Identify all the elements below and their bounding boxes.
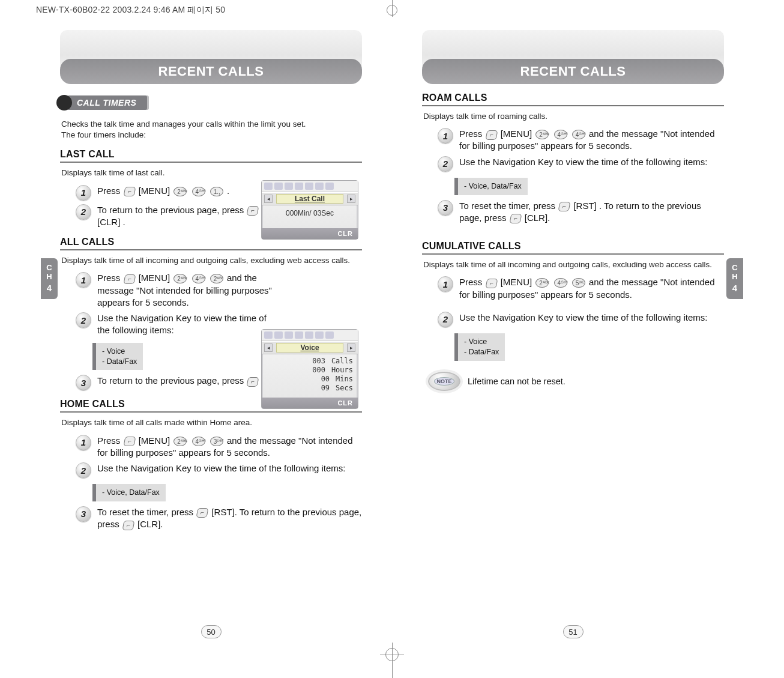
all-calls-intro: Displays talk time of all incoming and o…	[61, 255, 361, 266]
t: Press	[97, 273, 123, 283]
step-number-icon: 2	[76, 462, 91, 478]
page-header: RECENT CALLS	[422, 30, 724, 84]
t: Press	[97, 186, 123, 196]
keypad-1-icon: 1.,	[210, 187, 223, 196]
phone-screen-title: Voice	[276, 343, 343, 353]
last-call-intro: Displays talk time of last call.	[61, 168, 361, 178]
v: 000	[312, 366, 325, 375]
step-text: To reset the timer, press ⌐ [RST]. To re…	[97, 506, 362, 531]
note-oval-icon: NOTE	[428, 372, 460, 391]
keypad-2-icon: 2ᴬᴮᶜ	[535, 130, 549, 139]
phone-title-bar: ◂ Voice ▸	[262, 341, 358, 354]
softkey-left-icon: ⌐	[558, 202, 571, 211]
step-number-icon: 1	[76, 435, 91, 450]
msg-icon	[305, 331, 313, 339]
right-arrow-icon: ▸	[347, 344, 355, 352]
softkey-right-icon: ⌐	[247, 377, 259, 387]
chapter-tab-ch: C H	[732, 264, 737, 281]
signal-icon	[264, 183, 273, 190]
step-row: 1 Press ⌐ [MENU] 2ᴬᴮᶜ 4ᴳᴴᴵ 4ᴳᴴᴵ and the …	[438, 128, 724, 153]
step-text: Use the Navigation Key to view the time …	[459, 156, 708, 168]
mode-icon	[315, 331, 324, 339]
page-left: C H 4 RECENT CALLS CALL TIMERS Checks th…	[42, 18, 380, 642]
page-header: RECENT CALLS	[60, 30, 362, 84]
phone-screen-body: 000Min/ 03Sec	[262, 205, 358, 228]
note-line: - Data/Fax	[102, 357, 137, 367]
phone-title-bar: ◂ Last Call ▸	[262, 192, 358, 205]
step-row: 1 Press ⌐ [MENU] 2ᴬᴮᶜ 4ᴳᴴᴵ 2ᴬᴮᶜ and the …	[76, 272, 274, 309]
step-number-icon: 3	[76, 375, 91, 390]
phone-screen-title: Last Call	[276, 194, 343, 204]
note-callout: NOTE Lifetime can not be reset.	[428, 372, 724, 391]
step-number-icon: 3	[438, 200, 453, 216]
step-text: Press ⌐ [MENU] 2ᴬᴮᶜ 4ᴳᴴᴵ 1., .	[97, 185, 229, 197]
left-arrow-icon: ◂	[264, 195, 273, 203]
subhead-last-call: LAST CALL	[60, 149, 362, 163]
step-text: Use the Navigation Key to view the time …	[459, 312, 708, 324]
softkey-right-icon: ⌐	[509, 214, 522, 223]
phone-softkey-row: CLR	[262, 398, 358, 408]
phone-mock-all-calls: ◂ Voice ▸ 003Calls 000Hours 00Mins 09Sec…	[261, 329, 358, 409]
step-text: To reset the timer, press ⌐ [RST] . To r…	[459, 200, 724, 225]
phone-screen-grid: 003Calls 000Hours 00Mins 09Secs	[262, 354, 358, 398]
t: and the message "Not intended for billin…	[459, 277, 715, 299]
step-text: Press ⌐ [MENU] 2ᴬᴮᶜ 4ᴳᴴᴵ 2ᴬᴮᶜ and the me…	[97, 272, 274, 309]
step-text: To return to the previous page, press ⌐ …	[97, 204, 268, 229]
t: Press	[97, 435, 123, 446]
step-text: Press ⌐ [MENU] 2ᴬᴮᶜ 4ᴳᴴᴵ 4ᴳᴴᴵ and the me…	[459, 128, 724, 153]
t: To reset the timer, press	[459, 201, 558, 211]
step-row: 3 To reset the timer, press ⌐ [RST]. To …	[76, 506, 362, 531]
note-stripe: - Voice, Data/Fax	[454, 178, 599, 195]
phone-mock-last-call: ◂ Last Call ▸ 000Min/ 03Sec CLR	[261, 180, 358, 240]
t: [CLR].	[137, 519, 163, 529]
note-body: - Voice, Data/Fax	[96, 484, 166, 501]
sound-icon	[285, 331, 293, 339]
keypad-2-icon: 2ᴬᴮᶜ	[173, 437, 187, 446]
t: [CLR].	[525, 213, 550, 223]
keypad-4-icon: 4ᴳᴴᴵ	[554, 278, 567, 288]
note-body: - Voice, Data/Fax	[458, 178, 528, 195]
t: [MENU]	[139, 273, 170, 283]
softkey-right-icon: ⌐	[247, 206, 259, 216]
roam-intro: Displays talk time of roaming calls.	[423, 111, 723, 122]
msg-icon	[305, 183, 313, 190]
softkey-left-icon: ⌐	[485, 130, 498, 140]
u: Hours	[331, 366, 353, 375]
subhead-cumulative-calls: CUMULATIVE CALLS	[422, 241, 724, 255]
t: .	[227, 186, 229, 196]
keypad-4-icon: 4ᴳᴴᴵ	[554, 130, 567, 139]
t: To return to the previous page, press	[97, 375, 246, 386]
sound-icon	[285, 183, 293, 190]
phone-softkey-row: CLR	[262, 228, 358, 239]
section-bullet-icon	[56, 95, 72, 110]
cumulative-intro: Displays talk time of all incoming and o…	[423, 259, 723, 270]
home-calls-intro: Displays talk time of all calls made wit…	[61, 417, 361, 428]
note-line: - Voice	[102, 347, 137, 357]
lock-icon	[274, 183, 283, 190]
softkey-left-icon: ⌐	[196, 508, 209, 518]
softkey-left-icon: ⌐	[123, 187, 136, 196]
print-metadata: NEW-TX-60B02-22 2003.2.24 9:46 AM 페이지 50	[36, 5, 225, 16]
keypad-3-icon: 3ᴰᴱᶠ	[210, 437, 223, 446]
t: Press	[459, 129, 485, 139]
keypad-4-icon: 4ᴳᴴᴵ	[192, 437, 205, 446]
keypad-2-icon: 2ᴬᴮᶜ	[173, 274, 187, 283]
note-stripe: - Voice - Data/Fax	[92, 343, 237, 371]
chapter-tab-ch: C H	[46, 264, 52, 281]
keypad-4-icon: 4ᴳᴴᴵ	[572, 130, 585, 139]
signal-icon	[264, 331, 273, 339]
header-title: RECENT CALLS	[422, 59, 724, 84]
step-row: 2 To return to the previous page, press …	[76, 204, 268, 229]
phone-softkey-clr: CLR	[337, 399, 353, 407]
v: 003	[312, 357, 325, 366]
phone-icon	[295, 183, 303, 190]
step-number-icon: 2	[76, 204, 91, 220]
t: and the message "Not intended for billin…	[97, 435, 353, 458]
page-number-left: 50	[201, 625, 222, 638]
chapter-tab-num: 4	[732, 283, 737, 294]
section-intro: Checks the talk time and manages your ca…	[61, 119, 361, 141]
t: Press	[459, 277, 485, 287]
step-number-icon: 1	[76, 185, 91, 201]
t: To return to the previous page, press	[97, 205, 246, 215]
note-line: - Voice	[464, 337, 499, 347]
